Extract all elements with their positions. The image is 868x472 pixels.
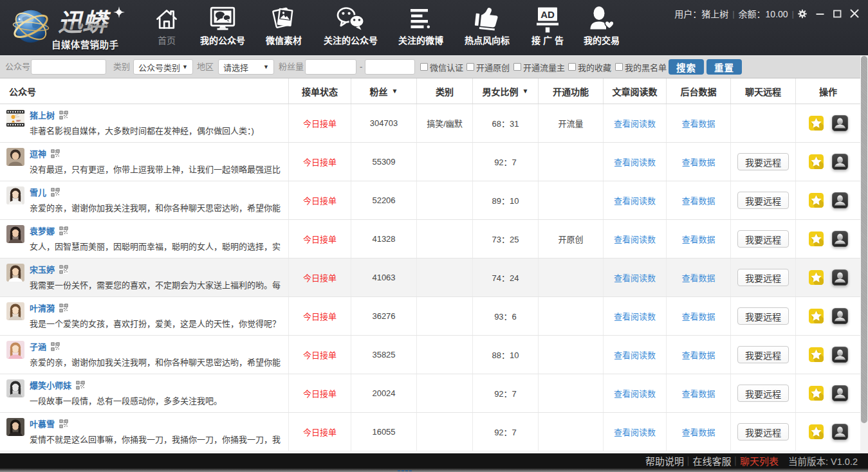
qrcode-badge-icon[interactable] bbox=[76, 381, 85, 390]
contact-user-button[interactable] bbox=[832, 347, 848, 363]
search-button[interactable]: 搜索 bbox=[669, 59, 704, 75]
qrcode-badge-icon[interactable] bbox=[51, 188, 60, 197]
view-data-link[interactable]: 查看数据 bbox=[681, 426, 715, 438]
maximize-button[interactable] bbox=[833, 8, 842, 19]
view-data-link[interactable]: 查看数据 bbox=[681, 194, 715, 206]
account-avatar[interactable] bbox=[6, 418, 24, 436]
account-name[interactable]: 袁梦娜 bbox=[30, 225, 55, 237]
checkbox-original-enabled[interactable]: 开通原创 bbox=[466, 56, 510, 78]
reset-button[interactable]: 重置 bbox=[706, 59, 742, 75]
account-avatar[interactable] bbox=[6, 225, 24, 243]
view-reads-link[interactable]: 查看阅读数 bbox=[614, 233, 656, 245]
region-select[interactable]: 请选择 ▼ bbox=[218, 59, 274, 75]
account-name[interactable]: 叶清漪 bbox=[30, 302, 55, 314]
account-avatar[interactable] bbox=[6, 109, 24, 127]
view-reads-link[interactable]: 查看阅读数 bbox=[614, 156, 656, 168]
favorite-star-button[interactable] bbox=[809, 424, 824, 439]
contact-user-button[interactable] bbox=[832, 308, 848, 324]
account-avatar[interactable] bbox=[6, 264, 24, 282]
account-name[interactable]: 宋玉婷 bbox=[30, 264, 55, 275]
col-fans-sortable[interactable]: 粉丝▼ bbox=[351, 78, 417, 104]
account-name[interactable]: 子涵 bbox=[30, 341, 46, 352]
remote-button[interactable]: 我要远程 bbox=[737, 385, 789, 402]
contact-user-button[interactable] bbox=[832, 385, 848, 401]
contact-user-button[interactable] bbox=[832, 115, 848, 131]
nav-my-trades[interactable]: 我的交易 bbox=[562, 6, 642, 46]
checkbox-wechat-verified[interactable]: 微信认证 bbox=[420, 56, 463, 78]
nav-followed-accounts[interactable]: 关注的公众号 bbox=[311, 6, 391, 46]
checkbox-traffic-enabled[interactable]: 开通流量主 bbox=[513, 56, 565, 78]
account-name[interactable]: 雪儿 bbox=[30, 186, 46, 198]
account-avatar[interactable] bbox=[6, 148, 24, 166]
view-reads-link[interactable]: 查看阅读数 bbox=[614, 194, 656, 206]
remote-button[interactable]: 我要远程 bbox=[737, 192, 789, 209]
view-reads-link[interactable]: 查看阅读数 bbox=[614, 387, 656, 399]
table-row[interactable]: 雪儿 亲爱的亲，谢谢你加我关注我啊，和你各种聊天思密达哟，希望你能 今日接单 5… bbox=[0, 181, 860, 220]
view-data-link[interactable]: 查看数据 bbox=[681, 156, 715, 168]
fans-max-input[interactable] bbox=[365, 59, 415, 75]
table-row[interactable]: 袁梦娜 女人，因智慧而美丽，因聪明而幸福，聪明的女人，聪明的选择，实 今日接单 … bbox=[0, 220, 860, 259]
view-reads-link[interactable]: 查看阅读数 bbox=[614, 349, 656, 361]
remote-button[interactable]: 我要远程 bbox=[737, 307, 789, 325]
qrcode-badge-icon[interactable] bbox=[59, 419, 68, 428]
view-reads-link[interactable]: 查看阅读数 bbox=[614, 426, 656, 438]
view-data-link[interactable]: 查看数据 bbox=[681, 310, 715, 322]
account-search-input[interactable] bbox=[31, 59, 106, 75]
scrollbar-thumb[interactable] bbox=[861, 56, 867, 423]
account-avatar[interactable] bbox=[6, 302, 24, 320]
favorite-star-button[interactable] bbox=[809, 386, 824, 401]
account-name[interactable]: 猪上树 bbox=[30, 109, 55, 121]
qrcode-badge-icon[interactable] bbox=[51, 342, 60, 351]
table-row[interactable]: 叶慕雪 爱情不就是这么回事嘛，你捅我一刀，我捅你一刀，你捅我一刀，我 今日接单 … bbox=[0, 413, 860, 451]
minimize-button[interactable] bbox=[815, 8, 824, 19]
remote-button[interactable]: 我要远程 bbox=[737, 230, 789, 248]
vertical-scrollbar[interactable] bbox=[860, 55, 868, 453]
table-row[interactable]: 爆笑小师妹 一段故事一段情，总有一段感动你，多多关注我吧。 今日接单 20024… bbox=[0, 374, 860, 413]
qrcode-badge-icon[interactable] bbox=[59, 226, 68, 235]
table-row[interactable]: 逗神 没有最逗，只有更逗，你带上逗我带上神，让我们一起领略最强逗比 今日接单 5… bbox=[0, 143, 860, 181]
chat-list-link[interactable]: 聊天列表 bbox=[740, 454, 779, 467]
online-service-link[interactable]: 在线客服 bbox=[692, 454, 731, 467]
contact-user-button[interactable] bbox=[832, 192, 848, 208]
view-data-link[interactable]: 查看数据 bbox=[681, 349, 715, 361]
checkbox-my-blacklist[interactable]: 我的黑名单 bbox=[615, 56, 667, 78]
account-avatar[interactable] bbox=[6, 379, 24, 397]
contact-user-button[interactable] bbox=[832, 269, 848, 286]
view-reads-link[interactable]: 查看阅读数 bbox=[614, 117, 656, 129]
view-data-link[interactable]: 查看数据 bbox=[681, 233, 715, 245]
view-data-link[interactable]: 查看数据 bbox=[681, 387, 715, 399]
remote-button[interactable]: 我要远程 bbox=[737, 153, 789, 170]
remote-button[interactable]: 我要远程 bbox=[737, 269, 789, 286]
contact-user-button[interactable] bbox=[832, 424, 848, 440]
favorite-star-button[interactable] bbox=[809, 193, 824, 208]
view-data-link[interactable]: 查看数据 bbox=[681, 271, 715, 284]
view-data-link[interactable]: 查看数据 bbox=[681, 117, 715, 129]
col-gender-ratio-sortable[interactable]: 男女比例▼ bbox=[473, 78, 539, 104]
account-avatar[interactable] bbox=[6, 341, 24, 359]
remote-button[interactable]: 我要远程 bbox=[737, 423, 789, 440]
table-row[interactable]: 叶清漪 我是一个爱笑的女孩，喜欢打扮，爱美，这是人的天性，你觉得呢？ 今日接单 … bbox=[0, 297, 860, 336]
qrcode-badge-icon[interactable] bbox=[59, 111, 68, 120]
table-row[interactable]: 宋玉婷 我需要一份关怀，需要您的喜欢，不定期会为大家送上福利的哟。每 今日接单 … bbox=[0, 259, 860, 297]
account-avatar[interactable] bbox=[6, 186, 24, 204]
close-button[interactable] bbox=[850, 8, 859, 19]
favorite-star-button[interactable] bbox=[809, 270, 824, 285]
contact-user-button[interactable] bbox=[832, 231, 848, 247]
qrcode-badge-icon[interactable] bbox=[59, 265, 68, 274]
table-row[interactable]: 猪上树 非著名影视自媒体，大多数时间都在发神经，偶尔做回人类：) 今日接单 30… bbox=[0, 104, 860, 143]
table-row[interactable]: 子涵 亲爱的亲，谢谢你加我关注我啊，和你各种聊天思密达哟，希望你能 今日接单 3… bbox=[0, 336, 860, 374]
favorite-star-button[interactable] bbox=[809, 116, 824, 131]
view-reads-link[interactable]: 查看阅读数 bbox=[614, 310, 656, 322]
remote-button[interactable]: 我要远程 bbox=[737, 346, 789, 363]
help-link[interactable]: 帮助说明 bbox=[645, 454, 684, 467]
qrcode-badge-icon[interactable] bbox=[59, 304, 68, 313]
category-select[interactable]: 公众号类别 ▼ bbox=[133, 59, 193, 75]
account-name[interactable]: 逗神 bbox=[30, 148, 46, 159]
settings-gear-icon[interactable] bbox=[798, 8, 807, 19]
qrcode-badge-icon[interactable] bbox=[51, 149, 60, 158]
account-name[interactable]: 叶慕雪 bbox=[30, 418, 55, 430]
checkbox-my-favorites[interactable]: 我的收藏 bbox=[568, 56, 611, 78]
account-name[interactable]: 爆笑小师妹 bbox=[30, 379, 71, 391]
favorite-star-button[interactable] bbox=[809, 154, 824, 169]
fans-min-input[interactable] bbox=[305, 59, 356, 75]
